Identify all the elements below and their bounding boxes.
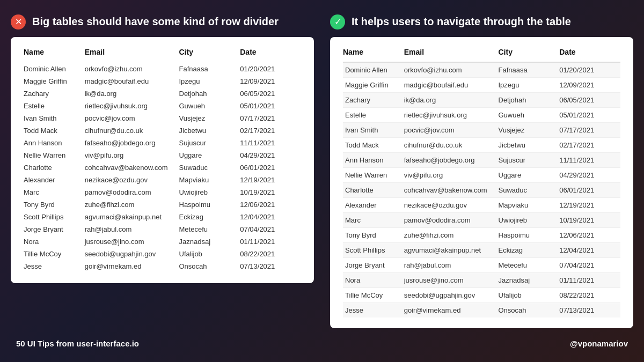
table-cell: 05/01/2021 [559, 107, 620, 122]
table-cell: Tillie McCoy [24, 248, 85, 260]
table-cell: cohcahvav@bakenow.com [85, 161, 179, 174]
table-cell: agvumaci@akainpup.net [404, 242, 499, 257]
table-row: Marcpamov@ododira.comUwiojireb10/19/2021 [24, 186, 301, 198]
table-row: Jessegoir@virnekam.edOnsocah07/13/2021 [24, 260, 301, 272]
table-cell: rietlec@jivuhsuk.org [404, 107, 499, 122]
good-table-head: Name Email City Date [343, 48, 620, 62]
table-row: Zacharyik@da.orgDetjohah06/05/2021 [343, 92, 620, 107]
table-cell: Onsocah [179, 260, 240, 272]
table-cell: Vusjejez [499, 122, 560, 137]
table-cell: 12/09/2021 [240, 75, 301, 87]
good-icon: ✓ [330, 14, 345, 29]
table-cell: 10/19/2021 [559, 212, 620, 227]
good-table: Name Email City Date Dominic Allenorkovf… [343, 48, 620, 317]
table-cell: Jesse [343, 302, 404, 317]
table-cell: 12/04/2021 [559, 242, 620, 257]
table-row: Ann Hansonfafseaho@jobdego.orgSujuscur11… [343, 152, 620, 167]
table-cell: zuhe@fihzi.com [404, 227, 499, 242]
table-cell: Alexander [343, 197, 404, 212]
table-cell: Metecefu [179, 223, 240, 235]
table-cell: Detjohah [499, 92, 560, 107]
table-cell: 11/11/2021 [240, 137, 301, 149]
table-row: Charlottecohcahvav@bakenow.comSuwaduc06/… [24, 161, 301, 174]
table-row: Dominic Allenorkovfo@izhu.comFafnaasa01/… [24, 63, 301, 75]
table-cell: Dominic Allen [24, 63, 85, 75]
table-cell: Nellie Warren [24, 149, 85, 161]
table-cell: Nellie Warren [343, 167, 404, 182]
footer-bold: 50 UI Tips [16, 339, 54, 348]
table-cell: 01/20/2021 [240, 63, 301, 75]
table-cell: Marc [343, 212, 404, 227]
footer-right: @vponamariov [570, 339, 628, 348]
bad-panel: ✕ Big tables should have some kind of ro… [11, 14, 314, 283]
table-cell: goir@virnekam.ed [85, 260, 179, 272]
table-cell: ik@da.org [404, 92, 499, 107]
table-cell: nezikace@ozdu.gov [404, 197, 499, 212]
bad-panel-title: Big tables should have some kind of row … [32, 16, 279, 28]
table-cell: Charlotte [343, 182, 404, 197]
table-cell: jusrouse@jino.com [404, 272, 499, 287]
table-cell: ik@da.org [85, 87, 179, 100]
table-cell: 08/22/2021 [559, 287, 620, 302]
table-row: Todd Mackcihufnur@du.co.ukJicbetwu02/17/… [343, 137, 620, 152]
table-cell: 04/29/2021 [559, 167, 620, 182]
table-cell: Haspoimu [499, 227, 560, 242]
table-cell: Zachary [343, 92, 404, 107]
good-panel-header: ✓ It helps users to navigate through the… [330, 14, 633, 29]
table-cell: Tillie McCoy [343, 287, 404, 302]
table-cell: Uggare [179, 149, 240, 161]
table-cell: Ivan Smith [343, 122, 404, 137]
table-cell: 12/06/2021 [240, 198, 301, 211]
bad-panel-header: ✕ Big tables should have some kind of ro… [11, 14, 314, 29]
bad-table-head: Name Email City Date [24, 48, 301, 63]
table-cell: 07/13/2021 [240, 260, 301, 272]
good-col-date: Date [559, 48, 620, 62]
footer: 50 UI Tips from user-interface.io @vpona… [11, 339, 633, 348]
table-cell: Ivan Smith [24, 112, 85, 124]
table-cell: zuhe@fihzi.com [85, 198, 179, 211]
table-cell: Fafnaasa [179, 63, 240, 75]
table-cell: 07/17/2021 [559, 122, 620, 137]
table-cell: 05/01/2021 [240, 100, 301, 112]
table-cell: cihufnur@du.co.uk [404, 137, 499, 152]
table-row: Nellie Warrenviv@pifu.orgUggare04/29/202… [24, 149, 301, 161]
table-row: Zacharyik@da.orgDetjohah06/05/2021 [24, 87, 301, 100]
table-row: Scott Phillipsagvumaci@akainpup.netEckiz… [343, 242, 620, 257]
table-row: Alexandernezikace@ozdu.govMapviaku12/19/… [24, 174, 301, 186]
table-cell: rietlec@jivuhsuk.org [85, 100, 179, 112]
table-cell: Maggie Griffin [24, 75, 85, 87]
table-cell: 02/17/2021 [240, 124, 301, 137]
good-col-email: Email [404, 48, 499, 62]
table-row: Maggie Griffinmadgic@boufaif.eduIpzegu12… [343, 77, 620, 92]
bad-table-body: Dominic Allenorkovfo@izhu.comFafnaasa01/… [24, 63, 301, 272]
table-cell: pamov@ododira.com [85, 186, 179, 198]
table-row: Tillie McCoyseedobi@ugpahjin.govUfalijob… [343, 287, 620, 302]
table-cell: Jicbetwu [179, 124, 240, 137]
table-cell: Onsocah [499, 302, 560, 317]
table-row: Estellerietlec@jivuhsuk.orgGuwueh05/01/2… [24, 100, 301, 112]
good-table-card: Name Email City Date Dominic Allenorkovf… [330, 37, 633, 328]
table-cell: orkovfo@izhu.com [85, 63, 179, 75]
table-cell: pocvic@jov.com [404, 122, 499, 137]
table-cell: jusrouse@jino.com [85, 235, 179, 248]
table-cell: Todd Mack [24, 124, 85, 137]
table-cell: 12/04/2021 [240, 211, 301, 223]
table-cell: 07/04/2021 [559, 257, 620, 272]
table-cell: Jicbetwu [499, 137, 560, 152]
table-cell: Fafnaasa [499, 62, 560, 78]
table-cell: orkovfo@izhu.com [404, 62, 499, 78]
table-cell: Nora [24, 235, 85, 248]
table-cell: Scott Phillips [343, 242, 404, 257]
table-cell: Guwueh [179, 100, 240, 112]
good-panel-title: It helps users to navigate through the t… [352, 16, 571, 28]
table-row: Tony Byrdzuhe@fihzi.comHaspoimu12/06/202… [343, 227, 620, 242]
bad-col-date: Date [240, 48, 301, 63]
table-cell: Jorge Bryant [343, 257, 404, 272]
table-cell: 01/11/2021 [240, 235, 301, 248]
good-table-header-row: Name Email City Date [343, 48, 620, 62]
table-cell: Nora [343, 272, 404, 287]
table-cell: Guwueh [499, 107, 560, 122]
table-cell: cihufnur@du.co.uk [85, 124, 179, 137]
table-cell: Uggare [499, 167, 560, 182]
table-cell: Alexander [24, 174, 85, 186]
